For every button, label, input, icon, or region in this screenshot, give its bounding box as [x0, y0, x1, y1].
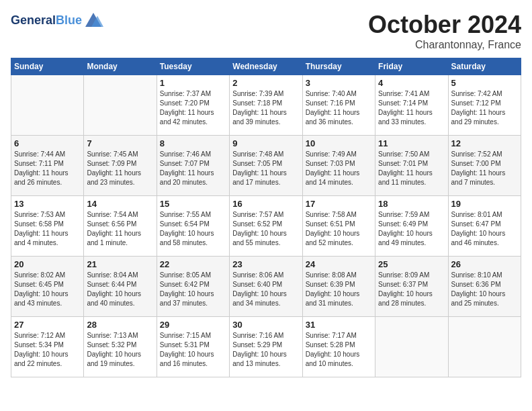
day-cell: 31Sunrise: 7:17 AMSunset: 5:28 PMDayligh… [302, 317, 375, 377]
day-cell: 26Sunrise: 8:10 AMSunset: 6:36 PMDayligh… [448, 257, 521, 317]
day-number: 9 [232, 138, 299, 148]
day-number: 29 [160, 320, 226, 330]
day-number: 26 [451, 259, 518, 269]
logo-icon [83, 11, 103, 31]
day-info: Sunrise: 8:09 AMSunset: 6:37 PMDaylight:… [378, 271, 445, 308]
day-number: 7 [87, 138, 153, 148]
header-cell-saturday: Saturday [448, 58, 521, 75]
day-info: Sunrise: 7:49 AMSunset: 7:03 PMDaylight:… [306, 150, 372, 187]
header-cell-wednesday: Wednesday [230, 58, 302, 75]
day-info: Sunrise: 8:05 AMSunset: 6:42 PMDaylight:… [160, 271, 226, 308]
day-info: Sunrise: 7:58 AMSunset: 6:51 PMDaylight:… [306, 210, 372, 248]
day-info: Sunrise: 7:37 AMSunset: 7:20 PMDaylight:… [160, 89, 226, 127]
day-number: 10 [306, 138, 372, 148]
day-cell: 1Sunrise: 7:37 AMSunset: 7:20 PMDaylight… [157, 75, 229, 136]
month-title: October 2024 [368, 11, 521, 39]
day-cell: 25Sunrise: 8:09 AMSunset: 6:37 PMDayligh… [375, 257, 448, 317]
day-cell [11, 75, 84, 136]
day-number: 20 [14, 259, 81, 269]
day-cell: 27Sunrise: 7:12 AMSunset: 5:34 PMDayligh… [11, 317, 84, 377]
day-number: 3 [306, 78, 372, 88]
day-number: 8 [160, 138, 226, 148]
day-cell: 22Sunrise: 8:05 AMSunset: 6:42 PMDayligh… [157, 257, 229, 317]
day-number: 24 [306, 259, 372, 269]
day-info: Sunrise: 7:17 AMSunset: 5:28 PMDaylight:… [306, 331, 372, 369]
day-number: 22 [160, 259, 226, 269]
day-cell: 11Sunrise: 7:50 AMSunset: 7:01 PMDayligh… [375, 136, 448, 196]
day-info: Sunrise: 7:41 AMSunset: 7:14 PMDaylight:… [378, 89, 445, 127]
day-info: Sunrise: 7:55 AMSunset: 6:54 PMDaylight:… [160, 210, 226, 248]
day-cell: 30Sunrise: 7:16 AMSunset: 5:29 PMDayligh… [230, 317, 302, 377]
day-info: Sunrise: 7:45 AMSunset: 7:09 PMDaylight:… [87, 150, 153, 187]
day-info: Sunrise: 8:02 AMSunset: 6:45 PMDaylight:… [14, 271, 81, 308]
day-info: Sunrise: 8:04 AMSunset: 6:44 PMDaylight:… [87, 271, 153, 308]
day-number: 2 [232, 78, 299, 88]
day-number: 27 [14, 320, 81, 330]
day-cell: 24Sunrise: 8:08 AMSunset: 6:39 PMDayligh… [302, 257, 375, 317]
day-number: 12 [451, 138, 518, 148]
calendar-body: 1Sunrise: 7:37 AMSunset: 7:20 PMDaylight… [11, 75, 521, 377]
day-cell: 10Sunrise: 7:49 AMSunset: 7:03 PMDayligh… [302, 136, 375, 196]
logo: GeneralBlue [11, 11, 103, 31]
day-cell: 12Sunrise: 7:52 AMSunset: 7:00 PMDayligh… [448, 136, 521, 196]
day-info: Sunrise: 7:44 AMSunset: 7:11 PMDaylight:… [14, 150, 81, 187]
logo-text: GeneralBlue [11, 14, 82, 28]
day-number: 21 [87, 259, 153, 269]
day-cell: 6Sunrise: 7:44 AMSunset: 7:11 PMDaylight… [11, 136, 84, 196]
day-info: Sunrise: 8:06 AMSunset: 6:40 PMDaylight:… [232, 271, 299, 308]
day-number: 18 [378, 199, 445, 209]
day-cell: 18Sunrise: 7:59 AMSunset: 6:49 PMDayligh… [375, 196, 448, 257]
day-info: Sunrise: 7:16 AMSunset: 5:29 PMDaylight:… [232, 331, 299, 369]
day-cell: 2Sunrise: 7:39 AMSunset: 7:18 PMDaylight… [230, 75, 302, 136]
day-info: Sunrise: 7:42 AMSunset: 7:12 PMDaylight:… [451, 89, 518, 127]
day-info: Sunrise: 8:01 AMSunset: 6:47 PMDaylight:… [451, 210, 518, 248]
day-info: Sunrise: 7:39 AMSunset: 7:18 PMDaylight:… [232, 89, 299, 127]
header-cell-friday: Friday [375, 58, 448, 75]
header-row: SundayMondayTuesdayWednesdayThursdayFrid… [11, 58, 521, 75]
calendar-header: SundayMondayTuesdayWednesdayThursdayFrid… [11, 58, 521, 75]
day-cell: 5Sunrise: 7:42 AMSunset: 7:12 PMDaylight… [448, 75, 521, 136]
day-cell: 23Sunrise: 8:06 AMSunset: 6:40 PMDayligh… [230, 257, 302, 317]
header-cell-monday: Monday [84, 58, 157, 75]
day-number: 30 [232, 320, 299, 330]
day-number: 31 [306, 320, 372, 330]
day-cell [448, 317, 521, 377]
day-cell: 3Sunrise: 7:40 AMSunset: 7:16 PMDaylight… [302, 75, 375, 136]
week-row-4: 20Sunrise: 8:02 AMSunset: 6:45 PMDayligh… [11, 257, 521, 317]
week-row-3: 13Sunrise: 7:53 AMSunset: 6:58 PMDayligh… [11, 196, 521, 257]
day-number: 4 [378, 78, 445, 88]
day-number: 25 [378, 259, 445, 269]
day-number: 5 [451, 78, 518, 88]
day-cell: 28Sunrise: 7:13 AMSunset: 5:32 PMDayligh… [84, 317, 157, 377]
day-info: Sunrise: 8:08 AMSunset: 6:39 PMDaylight:… [306, 271, 372, 308]
day-number: 28 [87, 320, 153, 330]
day-info: Sunrise: 7:57 AMSunset: 6:52 PMDaylight:… [232, 210, 299, 248]
day-number: 19 [451, 199, 518, 209]
day-cell: 13Sunrise: 7:53 AMSunset: 6:58 PMDayligh… [11, 196, 84, 257]
day-number: 15 [160, 199, 226, 209]
header-cell-thursday: Thursday [302, 58, 375, 75]
day-cell: 8Sunrise: 7:46 AMSunset: 7:07 PMDaylight… [157, 136, 229, 196]
day-cell: 29Sunrise: 7:15 AMSunset: 5:31 PMDayligh… [157, 317, 229, 377]
day-cell: 20Sunrise: 8:02 AMSunset: 6:45 PMDayligh… [11, 257, 84, 317]
day-cell: 15Sunrise: 7:55 AMSunset: 6:54 PMDayligh… [157, 196, 229, 257]
day-cell: 17Sunrise: 7:58 AMSunset: 6:51 PMDayligh… [302, 196, 375, 257]
title-block: October 2024 Charantonnay, France [368, 11, 521, 51]
day-info: Sunrise: 7:52 AMSunset: 7:00 PMDaylight:… [451, 150, 518, 187]
day-info: Sunrise: 7:54 AMSunset: 6:56 PMDaylight:… [87, 210, 153, 248]
day-info: Sunrise: 7:46 AMSunset: 7:07 PMDaylight:… [160, 150, 226, 187]
week-row-1: 1Sunrise: 7:37 AMSunset: 7:20 PMDaylight… [11, 75, 521, 136]
day-cell: 14Sunrise: 7:54 AMSunset: 6:56 PMDayligh… [84, 196, 157, 257]
day-cell: 19Sunrise: 8:01 AMSunset: 6:47 PMDayligh… [448, 196, 521, 257]
day-number: 17 [306, 199, 372, 209]
day-number: 16 [232, 199, 299, 209]
day-info: Sunrise: 8:10 AMSunset: 6:36 PMDaylight:… [451, 271, 518, 308]
day-number: 13 [14, 199, 81, 209]
day-info: Sunrise: 7:50 AMSunset: 7:01 PMDaylight:… [378, 150, 445, 187]
day-cell: 7Sunrise: 7:45 AMSunset: 7:09 PMDaylight… [84, 136, 157, 196]
day-number: 23 [232, 259, 299, 269]
day-info: Sunrise: 7:15 AMSunset: 5:31 PMDaylight:… [160, 331, 226, 369]
calendar-table: SundayMondayTuesdayWednesdayThursdayFrid… [11, 58, 521, 377]
day-cell: 9Sunrise: 7:48 AMSunset: 7:05 PMDaylight… [230, 136, 302, 196]
day-number: 14 [87, 199, 153, 209]
